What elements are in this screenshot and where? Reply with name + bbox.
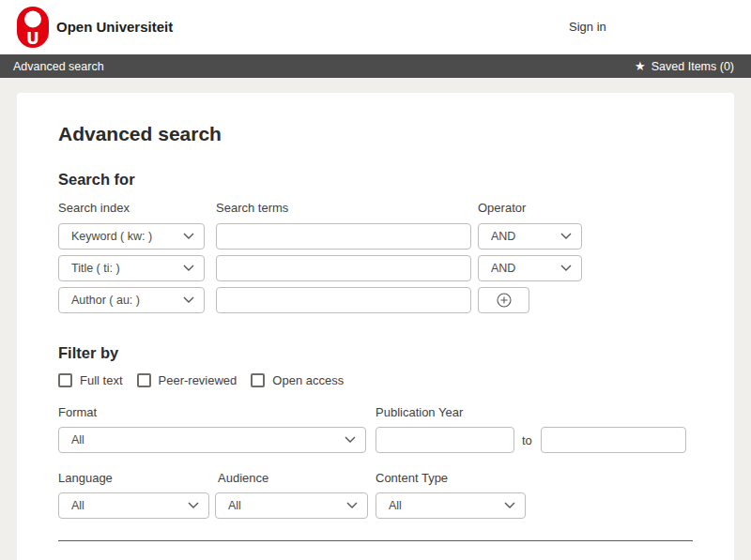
full-text-checkbox-item: Full text: [58, 373, 123, 387]
open-access-checkbox[interactable]: [251, 373, 265, 387]
search-terms-input-1[interactable]: [216, 223, 471, 250]
svg-text:U: U: [26, 29, 39, 48]
search-terms-input-3[interactable]: [216, 287, 471, 313]
search-for-heading: Search for: [58, 171, 693, 189]
plus-circle-icon: [497, 293, 512, 308]
format-year-row: Format All Publication Year to: [58, 405, 693, 450]
language-label: Language: [58, 471, 209, 485]
publication-year-group: Publication Year to: [376, 405, 686, 453]
full-text-label: Full text: [80, 373, 123, 387]
saved-items-label: Saved Items (0): [651, 60, 734, 73]
full-text-checkbox[interactable]: [58, 373, 72, 387]
search-row-1: Keyword ( kw: ) AND: [58, 223, 693, 250]
publication-year-from-input[interactable]: [376, 427, 514, 453]
section-divider: [58, 540, 693, 541]
peer-reviewed-checkbox-item: Peer-reviewed: [137, 373, 238, 387]
page-title: Advanced search: [58, 123, 693, 145]
open-access-checkbox-item: Open access: [251, 373, 344, 387]
advanced-search-page: U Open Universiteit Sign in Advanced sea…: [0, 0, 751, 560]
search-index-select-3[interactable]: Author ( au: ): [58, 287, 205, 313]
publication-year-to-input[interactable]: [541, 427, 686, 453]
open-universiteit-logo-icon: U: [17, 7, 49, 52]
search-terms-label: Search terms: [216, 201, 478, 215]
filter-checkboxes: Full text Peer-reviewed Open access: [58, 373, 693, 387]
audience-label: Audience: [218, 471, 368, 485]
language-group: Language All: [58, 471, 209, 519]
operator-select-1[interactable]: AND: [478, 223, 582, 250]
search-index-select-1[interactable]: Keyword ( kw: ): [58, 223, 205, 250]
brand-name: Open Universiteit: [56, 19, 173, 35]
add-search-row-button[interactable]: [478, 287, 529, 313]
saved-items-button[interactable]: ★ Saved Items (0): [635, 60, 734, 73]
publication-year-to-word: to: [522, 433, 532, 447]
search-terms-input-2[interactable]: [216, 255, 471, 281]
content-type-group: Content Type All: [376, 471, 526, 519]
format-select[interactable]: All: [58, 427, 366, 453]
content-type-label: Content Type: [376, 471, 526, 485]
language-select[interactable]: All: [58, 492, 209, 519]
format-label: Format: [58, 405, 366, 419]
app-header: U Open Universiteit Sign in: [0, 0, 751, 54]
operator-select-2[interactable]: AND: [478, 255, 582, 281]
sign-in-link[interactable]: Sign in: [569, 20, 606, 34]
peer-reviewed-checkbox[interactable]: [137, 373, 151, 387]
language-audience-content-row: Language All Audience All Content Type A…: [58, 471, 693, 516]
search-index-label: Search index: [58, 201, 216, 215]
operator-label: Operator: [478, 201, 526, 215]
search-column-labels: Search index Search terms Operator: [58, 201, 693, 215]
audience-select[interactable]: All: [215, 492, 368, 519]
format-group: Format All: [58, 405, 366, 453]
breadcrumb-title: Advanced search: [13, 60, 104, 73]
content-type-select[interactable]: All: [376, 492, 526, 519]
filter-by-heading: Filter by: [58, 344, 693, 362]
search-row-2: Title ( ti: ) AND: [58, 255, 693, 281]
audience-group: Audience All: [215, 471, 368, 519]
search-index-select-2[interactable]: Title ( ti: ): [58, 255, 205, 281]
search-row-3: Author ( au: ): [58, 287, 693, 313]
publication-year-label: Publication Year: [376, 405, 686, 419]
peer-reviewed-label: Peer-reviewed: [159, 373, 238, 387]
breadcrumb-bar: Advanced search ★ Saved Items (0): [0, 54, 751, 78]
open-access-label: Open access: [272, 373, 344, 387]
advanced-search-card: Advanced search Search for Search index …: [17, 93, 734, 560]
star-icon: ★: [635, 60, 646, 72]
